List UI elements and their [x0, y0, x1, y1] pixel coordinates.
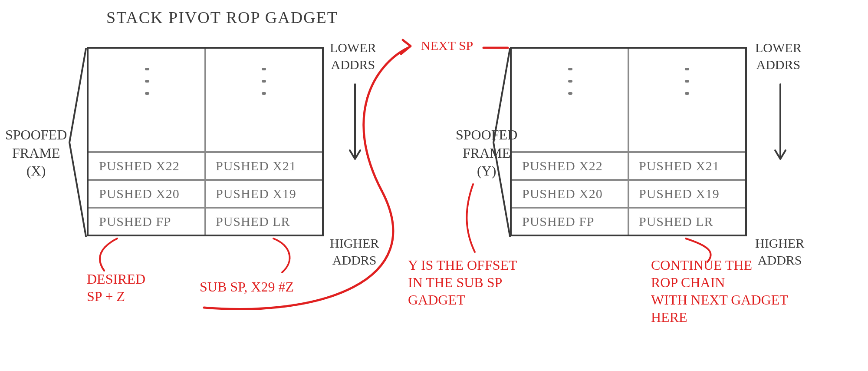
next-sp-dash: [482, 43, 512, 52]
cell: PUSHED X19: [628, 181, 745, 207]
hook-y-label: [460, 182, 495, 256]
bracket-x: [65, 47, 87, 238]
cell: PUSHED X22: [512, 153, 628, 179]
hook-lr-y: [677, 237, 738, 267]
big-curve-arrow: [187, 39, 430, 317]
frame-y-row-2: PUSHED FP PUSHED LR: [512, 207, 745, 235]
down-arrow-y: [773, 83, 790, 165]
frame-y-row-0: PUSHED X22 PUSHED X21: [512, 151, 745, 179]
frame-y-row-1: PUSHED X20 PUSHED X19: [512, 179, 745, 207]
spoofed-frame-x-label: SPOOFED FRAME (X): [5, 126, 67, 180]
cell: PUSHED X21: [628, 153, 745, 179]
cell: PUSHED FP: [512, 209, 628, 235]
cell: PUSHED LR: [628, 209, 745, 235]
frame-y-dots: [512, 68, 745, 120]
cell: PUSHED X20: [512, 181, 628, 207]
hook-fp-x: [91, 237, 143, 276]
lower-addrs-y-label: LOWER ADDRS: [755, 39, 802, 73]
spoofed-frame-y-label: SPOOFED FRAME (Y): [456, 126, 517, 180]
frame-y-box: PUSHED X22 PUSHED X21 PUSHED X20 PUSHED …: [510, 47, 747, 236]
diagram-title: STACK PIVOT ROP GADGET: [106, 8, 338, 27]
